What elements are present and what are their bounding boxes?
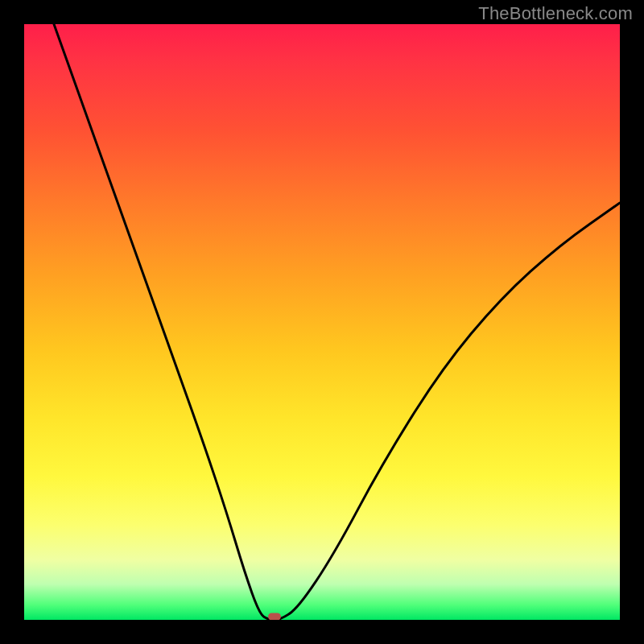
optimum-marker bbox=[268, 613, 281, 620]
watermark-text: TheBottleneck.com bbox=[478, 3, 633, 24]
chart-frame: TheBottleneck.com bbox=[0, 0, 644, 644]
plot-area bbox=[24, 24, 620, 620]
bottleneck-curve bbox=[24, 24, 620, 620]
